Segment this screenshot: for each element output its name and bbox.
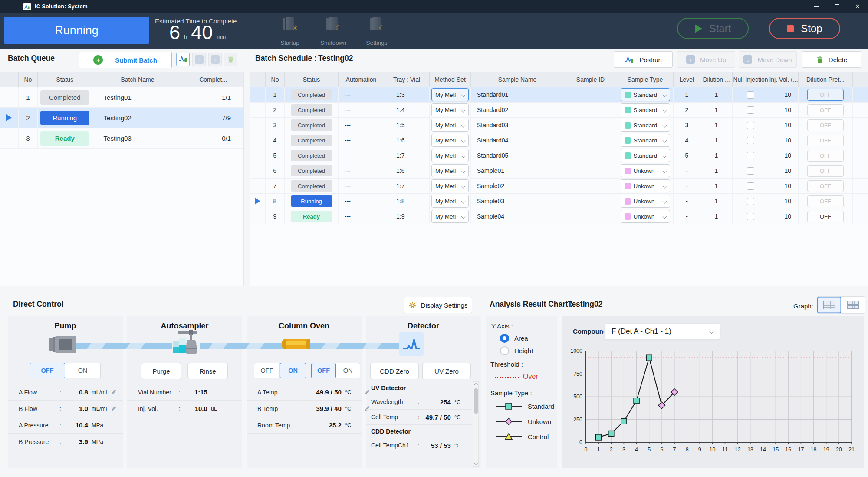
y-axis-height-radio[interactable]: Height [500, 346, 533, 355]
queue-status-badge: Running [40, 111, 89, 125]
method-set-dropdown[interactable]: My Metl [431, 149, 469, 162]
detail-label: A Temp [257, 389, 295, 396]
sample-type-dropdown[interactable]: Standard [621, 103, 670, 116]
graph-single-toggle[interactable] [817, 297, 841, 313]
detector-scrollbar[interactable] [473, 381, 479, 467]
queue-delete-button[interactable] [224, 53, 237, 66]
delete-button[interactable]: Delete [802, 51, 861, 68]
scroll-up-icon[interactable] [474, 383, 478, 388]
cdd-zero-button[interactable]: CDD Zero [370, 363, 419, 379]
null-injection-checkbox[interactable] [747, 182, 754, 190]
y-axis-area-radio[interactable]: Area [500, 334, 528, 343]
chevron-down-icon [662, 93, 667, 97]
null-injection-checkbox[interactable] [747, 213, 754, 220]
settings-button[interactable]: ☾ Settings [363, 17, 391, 46]
batch-queue-row[interactable]: 3 Ready Testing03 0/1 [0, 128, 243, 149]
sample-type-dropdown[interactable]: Unkown [621, 179, 670, 192]
queue-col-header: Status [38, 72, 92, 87]
null-injection-checkbox[interactable] [747, 91, 754, 99]
null-injection-checkbox[interactable] [747, 152, 754, 159]
queue-move-up-button[interactable]: ↑ [192, 53, 206, 66]
schedule-sample-id [564, 87, 617, 102]
maximize-button[interactable] [826, 0, 847, 13]
batch-schedule-row[interactable]: 6 Completed --- 1:6 My Metl Sample01 Unk… [250, 163, 868, 179]
purge-button[interactable]: Purge [141, 363, 181, 379]
sample-type-dropdown[interactable]: Unkown [621, 210, 670, 223]
legend-item-standard: Standard [495, 401, 554, 412]
dilution-pret-button[interactable]: OFF [807, 104, 844, 116]
move-up-button[interactable]: ↑ Move Up [677, 51, 735, 68]
minimize-button[interactable] [806, 0, 826, 13]
move-down-button[interactable]: ↓ Move Down [739, 51, 797, 68]
batch-schedule-row[interactable]: 9 Ready --- 1:9 My Metl Sample04 Unkown … [250, 209, 868, 224]
queue-postrun-button[interactable] [176, 53, 190, 66]
oven1-off-toggle[interactable]: OFF [254, 363, 280, 378]
system-status-button[interactable]: Running [4, 17, 149, 44]
null-injection-checkbox[interactable] [747, 122, 754, 129]
oven2-on-toggle[interactable]: ON [336, 363, 360, 378]
method-set-dropdown[interactable]: My Metl [431, 134, 469, 147]
threshold-over-label: Over [523, 373, 538, 381]
edit-pencil-icon[interactable] [110, 389, 118, 395]
sample-type-dropdown[interactable]: Unkown [621, 164, 670, 177]
legend-label: Control [528, 433, 549, 441]
null-injection-checkbox[interactable] [747, 137, 754, 144]
sample-type-dropdown[interactable]: Unkown [621, 195, 670, 208]
window-controls: × [806, 0, 868, 13]
batch-schedule-row[interactable]: 3 Completed --- 1:5 My Metl Standard03 S… [250, 118, 868, 133]
sample-type-dropdown[interactable]: Standard [621, 134, 670, 147]
batch-schedule-row[interactable]: 1 Completed --- 1:3 My Metl Standard01 S… [250, 87, 868, 103]
method-set-dropdown[interactable]: My Metl [431, 164, 469, 177]
batch-schedule-row[interactable]: 5 Completed --- 1:7 My Metl Standard05 S… [250, 148, 868, 163]
compound-dropdown[interactable]: F (Det A - Ch1 - 1) [604, 323, 720, 340]
scroll-down-icon[interactable] [474, 461, 478, 465]
method-set-dropdown[interactable]: My Metl [431, 210, 469, 223]
dilution-pret-button[interactable]: OFF [807, 165, 844, 177]
batch-queue-row[interactable]: 2 Running Testing02 7/9 [0, 108, 243, 128]
batch-schedule-row[interactable]: 7 Completed --- 1:7 My Metl Sample02 Unk… [250, 179, 868, 194]
schedule-automation: --- [339, 133, 384, 148]
queue-move-down-button[interactable]: ↓ [208, 53, 222, 66]
method-set-dropdown[interactable]: My Metl [431, 195, 469, 208]
rinse-button[interactable]: Rinse [187, 363, 228, 379]
scrollbar-thumb[interactable] [474, 388, 478, 414]
sample-type-dropdown[interactable]: Standard [621, 119, 670, 132]
dilution-pret-button[interactable]: OFF [807, 119, 844, 131]
dilution-pret-button[interactable]: OFF [807, 195, 844, 207]
method-set-dropdown[interactable]: My Metl [431, 119, 469, 132]
sample-type-dropdown[interactable]: Standard [621, 88, 670, 101]
stop-button[interactable]: Stop [769, 18, 840, 39]
batch-schedule-row[interactable]: 2 Completed --- 1:4 My Metl Standard02 S… [250, 103, 868, 118]
dilution-pret-button[interactable]: OFF [807, 150, 844, 162]
startup-button[interactable]: ☀ Startup [276, 17, 304, 46]
null-injection-checkbox[interactable] [747, 167, 754, 175]
method-set-dropdown[interactable]: My Metl [431, 88, 469, 101]
pump-on-toggle[interactable]: ON [65, 363, 101, 378]
dilution-pret-button[interactable]: OFF [807, 211, 844, 222]
edit-pencil-icon[interactable] [110, 405, 118, 412]
oven2-off-toggle[interactable]: OFF [311, 363, 336, 378]
uv-zero-button[interactable]: UV Zero [422, 363, 471, 379]
null-injection-checkbox[interactable] [747, 198, 754, 205]
close-button[interactable]: × [847, 0, 868, 13]
dilution-pret-button[interactable]: OFF [807, 180, 844, 192]
sample-type-dropdown[interactable]: Standard [621, 149, 670, 162]
method-set-dropdown[interactable]: My Metl [431, 179, 469, 192]
shutdown-button[interactable]: ☾ Shutdown [319, 17, 347, 46]
submit-batch-button[interactable]: + Submit Batch [79, 52, 172, 68]
graph-split-toggle[interactable] [841, 297, 865, 313]
pump-off-toggle[interactable]: OFF [30, 363, 65, 378]
dilution-pret-button[interactable]: OFF [807, 89, 844, 101]
sample-type-swatch [625, 122, 631, 129]
display-settings-button[interactable]: Display Settings [404, 297, 472, 313]
postrun-button[interactable]: Postrun [614, 51, 673, 68]
null-injection-checkbox[interactable] [747, 106, 754, 114]
oven1-on-toggle[interactable]: ON [280, 363, 306, 378]
batch-schedule-row[interactable]: 4 Completed --- 1:6 My Metl Standard04 S… [250, 133, 868, 148]
detail-label: Room Temp [257, 422, 295, 429]
batch-queue-row[interactable]: 1 Completed Testing01 1/1 [0, 87, 243, 108]
start-button[interactable]: Start [677, 18, 749, 39]
dilution-pret-button[interactable]: OFF [807, 135, 844, 146]
batch-schedule-row[interactable]: 8 Running --- 1:8 My Metl Sample03 Unkow… [250, 194, 868, 209]
method-set-dropdown[interactable]: My Metl [431, 103, 469, 116]
